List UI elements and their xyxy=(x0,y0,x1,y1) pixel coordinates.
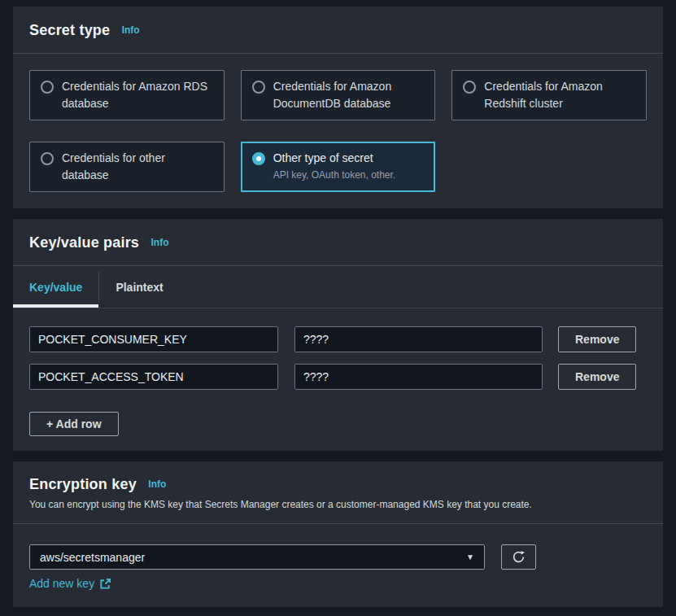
secret-type-options: Credentials for Amazon RDS database Cred… xyxy=(13,54,663,208)
card-text: Credentials for Amazon RDS database xyxy=(62,78,213,112)
remove-row-button[interactable]: Remove xyxy=(558,326,636,352)
option-label: Credentials for Amazon Redshift cluster xyxy=(484,80,603,110)
radio-button-icon[interactable] xyxy=(41,152,54,165)
chevron-down-icon: ▼ xyxy=(466,553,474,561)
secret-type-title: Secret type xyxy=(29,22,110,38)
radio-button-icon[interactable] xyxy=(41,81,54,94)
key-value-pairs-title: Key/value pairs xyxy=(29,234,139,251)
external-link-icon xyxy=(99,578,111,590)
encryption-key-info-link[interactable]: Info xyxy=(148,478,166,490)
option-label: Credentials for Amazon DocumentDB databa… xyxy=(273,80,392,110)
key-value-editor: Remove Remove + Add row xyxy=(13,308,663,451)
secret-type-header: Secret type Info xyxy=(13,7,663,53)
tab-key-value[interactable]: Key/value xyxy=(13,266,98,308)
encryption-key-content: aws/secretsmanager ▼ Add new key xyxy=(13,524,663,607)
radio-button-icon[interactable] xyxy=(252,81,265,94)
key-input[interactable] xyxy=(29,326,278,352)
option-description: API key, OAuth token, other. xyxy=(273,168,396,181)
remove-row-button[interactable]: Remove xyxy=(558,364,636,390)
radio-button-icon[interactable] xyxy=(463,81,476,94)
card-text: Credentials for Amazon DocumentDB databa… xyxy=(273,78,425,112)
secret-type-info-link[interactable]: Info xyxy=(122,24,140,36)
key-value-pairs-info-link[interactable]: Info xyxy=(151,237,169,248)
card-text: Credentials for Amazon Redshift cluster xyxy=(484,78,635,112)
encryption-key-section: Encryption key Info You can encrypt usin… xyxy=(13,461,663,607)
secret-type-section: Secret type Info Credentials for Amazon … xyxy=(13,7,663,208)
card-text: Credentials for other database xyxy=(62,150,213,184)
option-card-rds[interactable]: Credentials for Amazon RDS database xyxy=(29,70,225,120)
key-value-row: Remove xyxy=(29,364,647,390)
option-card-documentdb[interactable]: Credentials for Amazon DocumentDB databa… xyxy=(241,70,436,120)
refresh-icon xyxy=(512,550,526,564)
option-card-redshift[interactable]: Credentials for Amazon Redshift cluster xyxy=(451,70,647,120)
value-input[interactable] xyxy=(294,364,543,390)
add-row-button[interactable]: + Add row xyxy=(29,412,119,436)
option-label: Credentials for other database xyxy=(62,151,165,181)
tab-plaintext[interactable]: Plaintext xyxy=(99,266,179,308)
key-value-pairs-section: Key/value pairs Info Key/value Plaintext… xyxy=(13,219,663,451)
add-new-key-label: Add new key xyxy=(29,577,94,590)
add-new-key-link[interactable]: Add new key xyxy=(29,577,111,590)
editor-tabs: Key/value Plaintext xyxy=(13,266,663,308)
option-label: Credentials for Amazon RDS database xyxy=(62,80,207,110)
kms-key-select-row: aws/secretsmanager ▼ xyxy=(29,544,647,570)
encryption-key-header: Encryption key Info You can encrypt usin… xyxy=(13,461,663,523)
option-card-other-database[interactable]: Credentials for other database xyxy=(29,142,225,192)
key-value-pairs-header: Key/value pairs Info xyxy=(13,219,663,265)
key-input[interactable] xyxy=(29,364,278,390)
kms-key-select[interactable]: aws/secretsmanager ▼ xyxy=(29,544,485,570)
card-text: Other type of secret API key, OAuth toke… xyxy=(273,150,396,181)
key-value-row: Remove xyxy=(29,326,647,352)
radio-button-checked-icon[interactable] xyxy=(252,152,265,165)
encryption-key-title: Encryption key xyxy=(29,476,137,492)
option-label: Other type of secret xyxy=(273,151,373,164)
refresh-keys-button[interactable] xyxy=(501,544,536,570)
kms-key-selected-value: aws/secretsmanager xyxy=(40,551,145,564)
encryption-key-description: You can encrypt using the KMS key that S… xyxy=(29,499,647,511)
option-card-other-secret[interactable]: Other type of secret API key, OAuth toke… xyxy=(241,142,436,192)
value-input[interactable] xyxy=(294,326,543,352)
